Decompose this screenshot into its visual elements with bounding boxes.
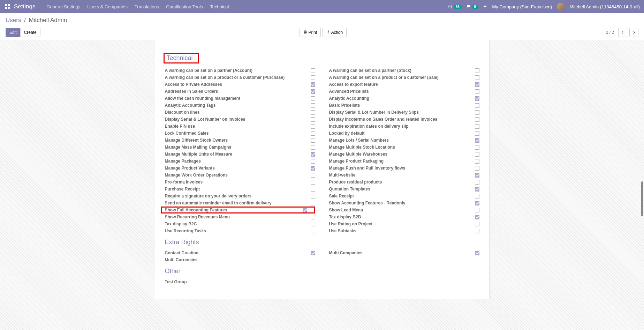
technical-field-checkbox[interactable] xyxy=(475,187,479,192)
extra-rights-field-checkbox[interactable] xyxy=(475,251,479,255)
technical-field-checkbox[interactable] xyxy=(475,145,479,150)
technical-field-checkbox-wrap xyxy=(306,138,315,143)
technical-field-checkbox[interactable] xyxy=(311,229,315,233)
technical-field-checkbox[interactable] xyxy=(311,187,315,192)
pager-next[interactable] xyxy=(629,28,638,37)
other-field-checkbox[interactable] xyxy=(311,280,315,284)
section-technical-header: Technical xyxy=(165,48,479,67)
apps-icon[interactable] xyxy=(4,3,10,10)
technical-field-checkbox-wrap xyxy=(470,194,479,198)
technical-field-checkbox[interactable] xyxy=(475,215,479,219)
technical-field-label: Manage Work Order Operations xyxy=(165,173,306,178)
technical-field-checkbox[interactable] xyxy=(311,145,315,150)
nav-link-general[interactable]: General Settings xyxy=(46,4,80,9)
technical-field-checkbox[interactable] xyxy=(475,208,479,212)
technical-field-checkbox-wrap xyxy=(470,201,479,205)
technical-field-checkbox[interactable] xyxy=(475,159,479,164)
technical-field-checkbox[interactable] xyxy=(311,82,315,87)
breadcrumb-bar: Users / Mitchell Admin Edit Create Print… xyxy=(0,13,644,40)
technical-field-checkbox-wrap xyxy=(470,110,479,115)
technical-field-checkbox[interactable] xyxy=(475,110,479,115)
technical-field-checkbox[interactable] xyxy=(311,103,315,108)
technical-field-checkbox[interactable] xyxy=(475,117,479,122)
technical-field-checkbox[interactable] xyxy=(475,131,479,136)
technical-field-checkbox[interactable] xyxy=(475,82,479,87)
pager-count[interactable]: 2 / 2 xyxy=(606,30,614,35)
technical-field-checkbox-wrap xyxy=(470,187,479,192)
technical-field-checkbox[interactable] xyxy=(311,68,315,73)
extra-rights-field-checkbox-wrap xyxy=(470,251,479,255)
technical-field-label: Require a signature on your delivery ord… xyxy=(165,194,306,198)
technical-field-checkbox-wrap xyxy=(470,82,479,87)
print-button[interactable]: Print xyxy=(300,28,321,37)
extra-rights-field-checkbox[interactable] xyxy=(311,258,315,262)
technical-field-checkbox[interactable] xyxy=(311,89,315,94)
technical-field-label: Send an automatic reminder email to conf… xyxy=(165,201,306,205)
svg-rect-2 xyxy=(5,7,7,9)
technical-field-checkbox[interactable] xyxy=(475,152,479,157)
technical-field-checkbox[interactable] xyxy=(475,96,479,101)
technical-field-checkbox[interactable] xyxy=(475,222,479,226)
technical-columns: A warning can be set on a partner (Accou… xyxy=(165,67,479,234)
technical-field-checkbox[interactable] xyxy=(311,152,315,157)
messages-indicator[interactable]: 5 xyxy=(467,5,478,9)
technical-field-row: Manage Work Order Operations xyxy=(165,172,315,179)
technical-field-row: A warning can be set on a partner (Stock… xyxy=(329,67,479,74)
technical-field-checkbox[interactable] xyxy=(475,180,479,185)
create-button[interactable]: Create xyxy=(20,28,40,37)
technical-field-checkbox[interactable] xyxy=(475,68,479,73)
technical-field-checkbox[interactable] xyxy=(311,215,315,219)
technical-field-checkbox[interactable] xyxy=(311,159,315,164)
technical-field-checkbox[interactable] xyxy=(311,131,315,136)
technical-field-checkbox[interactable] xyxy=(311,194,315,198)
nav-link-translations[interactable]: Translations xyxy=(135,4,159,9)
technical-field-checkbox[interactable] xyxy=(475,75,479,80)
technical-field-checkbox[interactable] xyxy=(475,173,479,178)
avatar[interactable] xyxy=(557,3,565,10)
pager-prev[interactable] xyxy=(618,28,627,37)
technical-field-row: Manage Mass Mailing Campaigns xyxy=(165,144,315,151)
technical-field-checkbox[interactable] xyxy=(311,124,315,129)
nav-link-users[interactable]: Users & Companies xyxy=(87,4,128,9)
technical-field-checkbox-wrap xyxy=(470,96,479,101)
technical-field-checkbox[interactable] xyxy=(475,89,479,94)
edit-button[interactable]: Edit xyxy=(6,28,21,37)
technical-field-row: Manage Packages xyxy=(165,158,315,165)
app-title[interactable]: Settings xyxy=(14,3,35,10)
debug-icon[interactable] xyxy=(483,4,487,9)
technical-field-checkbox-wrap xyxy=(306,222,315,226)
technical-field-checkbox[interactable] xyxy=(475,103,479,108)
technical-field-checkbox[interactable] xyxy=(311,110,315,115)
technical-field-checkbox[interactable] xyxy=(311,201,315,205)
technical-field-checkbox[interactable] xyxy=(303,208,307,212)
user-menu[interactable]: Mitchell Admin (11846450-14-0-all) xyxy=(569,4,640,9)
technical-field-checkbox[interactable] xyxy=(311,75,315,80)
company-selector[interactable]: My Company (San Francisco) xyxy=(492,4,552,9)
technical-field-checkbox[interactable] xyxy=(311,173,315,178)
nav-link-gamification[interactable]: Gamification Tools xyxy=(166,4,203,9)
technical-field-checkbox[interactable] xyxy=(475,194,479,198)
technical-field-checkbox[interactable] xyxy=(475,201,479,205)
technical-field-label: Manage Multiple Units of Measure xyxy=(165,152,306,157)
technical-field-checkbox[interactable] xyxy=(475,229,479,233)
technical-field-checkbox[interactable] xyxy=(311,166,315,171)
technical-field-label: Allow the cash rounding management xyxy=(165,96,306,101)
extra-rights-field-row: Multi Currencies xyxy=(165,256,315,263)
technical-field-checkbox[interactable] xyxy=(475,166,479,171)
technical-field-checkbox[interactable] xyxy=(311,117,315,122)
activity-indicator[interactable]: 36 xyxy=(448,5,462,9)
technical-field-checkbox[interactable] xyxy=(311,180,315,185)
scrollbar-thumb[interactable] xyxy=(641,181,643,216)
technical-field-row: Basic Pricelists xyxy=(329,102,479,109)
extra-rights-field-checkbox[interactable] xyxy=(311,251,315,255)
technical-field-checkbox[interactable] xyxy=(475,124,479,129)
technical-field-label: Sale Receipt xyxy=(329,194,470,198)
technical-field-row: Use Rating on Project xyxy=(329,220,479,227)
technical-field-checkbox[interactable] xyxy=(475,138,479,143)
technical-field-checkbox[interactable] xyxy=(311,96,315,101)
action-button[interactable]: Action xyxy=(323,28,347,37)
technical-field-checkbox[interactable] xyxy=(311,138,315,143)
technical-field-checkbox[interactable] xyxy=(311,222,315,226)
nav-link-technical[interactable]: Technical xyxy=(210,4,229,9)
breadcrumb-parent[interactable]: Users xyxy=(6,17,21,23)
